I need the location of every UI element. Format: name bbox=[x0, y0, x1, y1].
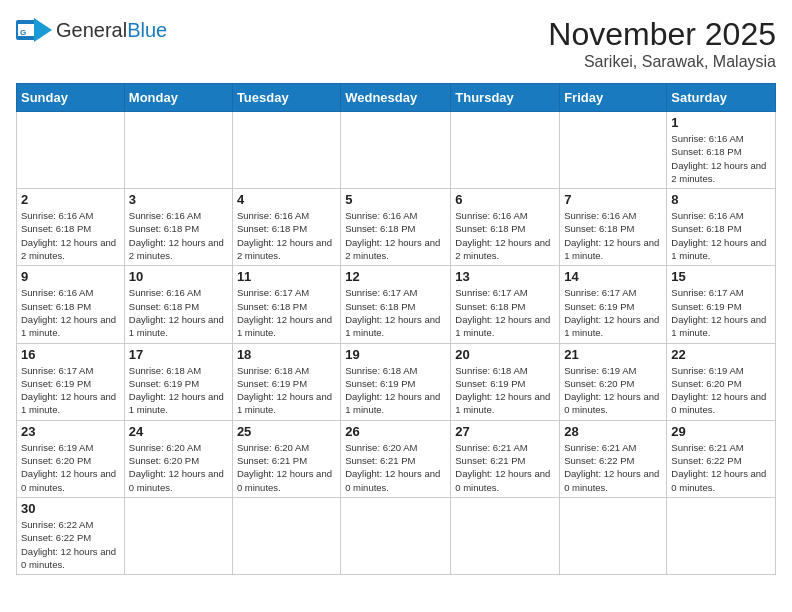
calendar-week-3: 9Sunrise: 6:16 AM Sunset: 6:18 PM Daylig… bbox=[17, 266, 776, 343]
day-info: Sunrise: 6:18 AM Sunset: 6:19 PM Dayligh… bbox=[129, 364, 228, 417]
calendar-cell: 1Sunrise: 6:16 AM Sunset: 6:18 PM Daylig… bbox=[667, 112, 776, 189]
calendar-cell bbox=[232, 497, 340, 574]
day-number: 5 bbox=[345, 192, 446, 207]
day-info: Sunrise: 6:17 AM Sunset: 6:18 PM Dayligh… bbox=[455, 286, 555, 339]
calendar-cell: 18Sunrise: 6:18 AM Sunset: 6:19 PM Dayli… bbox=[232, 343, 340, 420]
day-info: Sunrise: 6:16 AM Sunset: 6:18 PM Dayligh… bbox=[455, 209, 555, 262]
calendar-cell bbox=[667, 497, 776, 574]
calendar-cell: 27Sunrise: 6:21 AM Sunset: 6:21 PM Dayli… bbox=[451, 420, 560, 497]
calendar-cell: 10Sunrise: 6:16 AM Sunset: 6:18 PM Dayli… bbox=[124, 266, 232, 343]
day-number: 24 bbox=[129, 424, 228, 439]
calendar-cell bbox=[341, 497, 451, 574]
day-info: Sunrise: 6:17 AM Sunset: 6:18 PM Dayligh… bbox=[237, 286, 336, 339]
calendar-cell: 5Sunrise: 6:16 AM Sunset: 6:18 PM Daylig… bbox=[341, 189, 451, 266]
calendar-cell: 6Sunrise: 6:16 AM Sunset: 6:18 PM Daylig… bbox=[451, 189, 560, 266]
day-number: 28 bbox=[564, 424, 662, 439]
calendar-cell bbox=[560, 497, 667, 574]
logo-icon: G bbox=[16, 16, 52, 44]
calendar-cell bbox=[560, 112, 667, 189]
day-number: 23 bbox=[21, 424, 120, 439]
calendar-week-2: 2Sunrise: 6:16 AM Sunset: 6:18 PM Daylig… bbox=[17, 189, 776, 266]
day-number: 13 bbox=[455, 269, 555, 284]
calendar-cell: 20Sunrise: 6:18 AM Sunset: 6:19 PM Dayli… bbox=[451, 343, 560, 420]
day-info: Sunrise: 6:19 AM Sunset: 6:20 PM Dayligh… bbox=[564, 364, 662, 417]
day-number: 20 bbox=[455, 347, 555, 362]
day-number: 6 bbox=[455, 192, 555, 207]
calendar-cell: 9Sunrise: 6:16 AM Sunset: 6:18 PM Daylig… bbox=[17, 266, 125, 343]
month-year-title: November 2025 bbox=[548, 16, 776, 53]
day-number: 14 bbox=[564, 269, 662, 284]
calendar-week-4: 16Sunrise: 6:17 AM Sunset: 6:19 PM Dayli… bbox=[17, 343, 776, 420]
calendar-week-1: 1Sunrise: 6:16 AM Sunset: 6:18 PM Daylig… bbox=[17, 112, 776, 189]
day-info: Sunrise: 6:19 AM Sunset: 6:20 PM Dayligh… bbox=[21, 441, 120, 494]
calendar-week-6: 30Sunrise: 6:22 AM Sunset: 6:22 PM Dayli… bbox=[17, 497, 776, 574]
weekday-header-friday: Friday bbox=[560, 84, 667, 112]
day-number: 2 bbox=[21, 192, 120, 207]
day-number: 11 bbox=[237, 269, 336, 284]
day-info: Sunrise: 6:16 AM Sunset: 6:18 PM Dayligh… bbox=[21, 286, 120, 339]
day-info: Sunrise: 6:17 AM Sunset: 6:19 PM Dayligh… bbox=[564, 286, 662, 339]
day-info: Sunrise: 6:17 AM Sunset: 6:18 PM Dayligh… bbox=[345, 286, 446, 339]
location-subtitle: Sarikei, Sarawak, Malaysia bbox=[548, 53, 776, 71]
svg-marker-1 bbox=[34, 18, 52, 42]
weekday-header-wednesday: Wednesday bbox=[341, 84, 451, 112]
weekday-header-thursday: Thursday bbox=[451, 84, 560, 112]
calendar-cell: 3Sunrise: 6:16 AM Sunset: 6:18 PM Daylig… bbox=[124, 189, 232, 266]
day-number: 3 bbox=[129, 192, 228, 207]
day-number: 26 bbox=[345, 424, 446, 439]
day-info: Sunrise: 6:17 AM Sunset: 6:19 PM Dayligh… bbox=[671, 286, 771, 339]
calendar-cell: 13Sunrise: 6:17 AM Sunset: 6:18 PM Dayli… bbox=[451, 266, 560, 343]
day-number: 7 bbox=[564, 192, 662, 207]
calendar-cell: 7Sunrise: 6:16 AM Sunset: 6:18 PM Daylig… bbox=[560, 189, 667, 266]
weekday-header-monday: Monday bbox=[124, 84, 232, 112]
day-info: Sunrise: 6:22 AM Sunset: 6:22 PM Dayligh… bbox=[21, 518, 120, 571]
day-number: 25 bbox=[237, 424, 336, 439]
day-info: Sunrise: 6:20 AM Sunset: 6:20 PM Dayligh… bbox=[129, 441, 228, 494]
day-info: Sunrise: 6:16 AM Sunset: 6:18 PM Dayligh… bbox=[129, 286, 228, 339]
calendar-cell bbox=[232, 112, 340, 189]
calendar-table: SundayMondayTuesdayWednesdayThursdayFrid… bbox=[16, 83, 776, 575]
day-number: 15 bbox=[671, 269, 771, 284]
day-number: 1 bbox=[671, 115, 771, 130]
day-info: Sunrise: 6:18 AM Sunset: 6:19 PM Dayligh… bbox=[455, 364, 555, 417]
calendar-cell: 25Sunrise: 6:20 AM Sunset: 6:21 PM Dayli… bbox=[232, 420, 340, 497]
day-info: Sunrise: 6:16 AM Sunset: 6:18 PM Dayligh… bbox=[671, 209, 771, 262]
day-info: Sunrise: 6:16 AM Sunset: 6:18 PM Dayligh… bbox=[129, 209, 228, 262]
weekday-header-sunday: Sunday bbox=[17, 84, 125, 112]
logo: G GeneralBlue bbox=[16, 16, 167, 44]
day-number: 4 bbox=[237, 192, 336, 207]
day-info: Sunrise: 6:16 AM Sunset: 6:18 PM Dayligh… bbox=[564, 209, 662, 262]
day-number: 9 bbox=[21, 269, 120, 284]
calendar-cell: 24Sunrise: 6:20 AM Sunset: 6:20 PM Dayli… bbox=[124, 420, 232, 497]
weekday-header-row: SundayMondayTuesdayWednesdayThursdayFrid… bbox=[17, 84, 776, 112]
day-info: Sunrise: 6:21 AM Sunset: 6:22 PM Dayligh… bbox=[564, 441, 662, 494]
day-info: Sunrise: 6:18 AM Sunset: 6:19 PM Dayligh… bbox=[345, 364, 446, 417]
calendar-cell: 22Sunrise: 6:19 AM Sunset: 6:20 PM Dayli… bbox=[667, 343, 776, 420]
calendar-cell: 29Sunrise: 6:21 AM Sunset: 6:22 PM Dayli… bbox=[667, 420, 776, 497]
calendar-cell: 12Sunrise: 6:17 AM Sunset: 6:18 PM Dayli… bbox=[341, 266, 451, 343]
calendar-week-5: 23Sunrise: 6:19 AM Sunset: 6:20 PM Dayli… bbox=[17, 420, 776, 497]
day-number: 30 bbox=[21, 501, 120, 516]
calendar-cell: 16Sunrise: 6:17 AM Sunset: 6:19 PM Dayli… bbox=[17, 343, 125, 420]
day-number: 18 bbox=[237, 347, 336, 362]
day-number: 29 bbox=[671, 424, 771, 439]
day-info: Sunrise: 6:16 AM Sunset: 6:18 PM Dayligh… bbox=[21, 209, 120, 262]
day-number: 8 bbox=[671, 192, 771, 207]
calendar-cell: 15Sunrise: 6:17 AM Sunset: 6:19 PM Dayli… bbox=[667, 266, 776, 343]
day-info: Sunrise: 6:16 AM Sunset: 6:18 PM Dayligh… bbox=[237, 209, 336, 262]
calendar-cell: 14Sunrise: 6:17 AM Sunset: 6:19 PM Dayli… bbox=[560, 266, 667, 343]
title-block: November 2025 Sarikei, Sarawak, Malaysia bbox=[548, 16, 776, 71]
calendar-cell bbox=[124, 497, 232, 574]
weekday-header-saturday: Saturday bbox=[667, 84, 776, 112]
calendar-cell: 11Sunrise: 6:17 AM Sunset: 6:18 PM Dayli… bbox=[232, 266, 340, 343]
calendar-cell: 23Sunrise: 6:19 AM Sunset: 6:20 PM Dayli… bbox=[17, 420, 125, 497]
calendar-cell bbox=[451, 112, 560, 189]
day-info: Sunrise: 6:21 AM Sunset: 6:22 PM Dayligh… bbox=[671, 441, 771, 494]
day-number: 10 bbox=[129, 269, 228, 284]
logo-text: GeneralBlue bbox=[56, 19, 167, 41]
day-info: Sunrise: 6:17 AM Sunset: 6:19 PM Dayligh… bbox=[21, 364, 120, 417]
day-info: Sunrise: 6:20 AM Sunset: 6:21 PM Dayligh… bbox=[345, 441, 446, 494]
day-info: Sunrise: 6:16 AM Sunset: 6:18 PM Dayligh… bbox=[345, 209, 446, 262]
calendar-cell: 30Sunrise: 6:22 AM Sunset: 6:22 PM Dayli… bbox=[17, 497, 125, 574]
day-number: 21 bbox=[564, 347, 662, 362]
